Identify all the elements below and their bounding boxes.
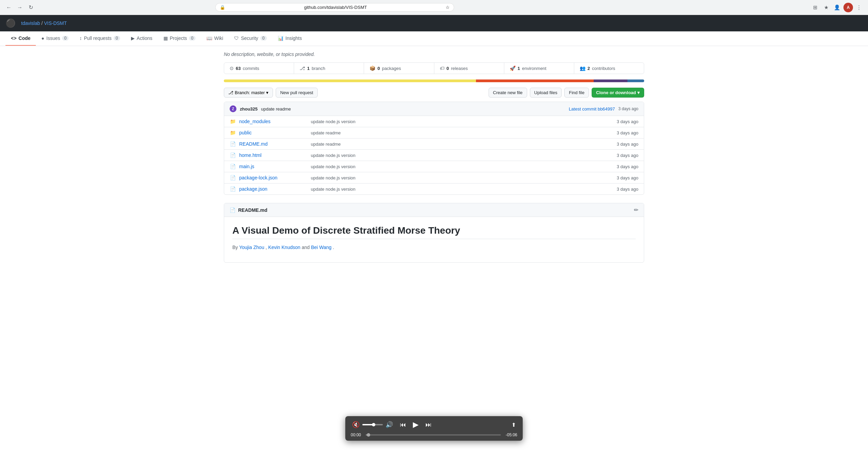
file-link[interactable]: public: [239, 130, 307, 135]
tab-projects-label: Projects: [170, 35, 187, 41]
menu-button[interactable]: ⋮: [854, 3, 864, 12]
tab-issues-label: Issues: [46, 35, 60, 41]
tab-pull-requests[interactable]: ↕Pull requests0: [74, 31, 126, 46]
file-link[interactable]: README.md: [239, 141, 307, 147]
new-pull-request-button[interactable]: New pull request: [276, 88, 318, 98]
file-icon: 📄: [230, 141, 236, 147]
stat-branch[interactable]: ⎇1branch: [294, 63, 364, 74]
author-youjia-zhou-link[interactable]: Youjia Zhou: [239, 245, 264, 250]
file-link[interactable]: main.js: [239, 164, 307, 169]
tab-insights-icon: 📊: [278, 35, 284, 41]
author-bei-wang-link[interactable]: Bei Wang: [311, 245, 331, 250]
commit-hash[interactable]: Latest commit bb64997: [569, 106, 615, 112]
tab-actions-icon: ▶: [131, 35, 135, 41]
stat-commits-count: 63: [236, 66, 241, 71]
readme-authors: By Youjia Zhou , Kevin Knudson and Bei W…: [232, 245, 636, 250]
clone-or-download-button[interactable]: Clone or download ▾: [592, 88, 644, 98]
file-time: 3 days ago: [604, 130, 638, 135]
tab-security[interactable]: 🛡Security0: [229, 31, 272, 46]
file-commit-msg: update node.js version: [311, 175, 601, 180]
file-commit-msg: update node.js version: [311, 153, 601, 158]
tab-wiki[interactable]: 📖Wiki: [201, 31, 229, 46]
stat-contributors[interactable]: 👥2contributors: [574, 63, 644, 74]
file-time: 3 days ago: [604, 187, 638, 192]
file-table: Z zhou325 update readme Latest commit bb…: [224, 102, 644, 195]
bookmark-button[interactable]: ★: [822, 3, 831, 12]
file-toolbar: ⎇ Branch: master ▾ New pull request Crea…: [224, 88, 644, 98]
stat-packages-count: 0: [377, 66, 380, 71]
authors-prefix: By: [232, 245, 239, 250]
refresh-button[interactable]: ↻: [26, 3, 35, 12]
stat-releases[interactable]: 🏷0releases: [434, 63, 504, 74]
table-row: 📁 public update readme 3 days ago: [224, 127, 644, 138]
extensions-button[interactable]: ⊞: [811, 3, 820, 12]
file-icon: 📄: [230, 186, 236, 192]
forward-button[interactable]: →: [15, 3, 25, 12]
stat-releases-count: 0: [447, 66, 449, 71]
tab-projects-icon: ▦: [163, 35, 168, 41]
path-separator: /: [41, 20, 44, 26]
tab-projects[interactable]: ▦Projects0: [158, 31, 201, 46]
star-icon[interactable]: ☆: [446, 5, 450, 10]
edit-readme-button[interactable]: ✏: [634, 207, 638, 213]
tab-code[interactable]: <>Code: [5, 31, 36, 46]
commit-author-link[interactable]: zhou325: [240, 106, 258, 112]
file-link[interactable]: package-lock.json: [239, 175, 307, 180]
readme-file-icon: 📄: [230, 207, 235, 213]
file-commit-msg: update readme: [311, 130, 601, 135]
repo-owner-link[interactable]: tdavislab: [21, 20, 40, 26]
repo-description: No description, website, or topics provi…: [224, 52, 644, 57]
repo-tabs: <>Code●Issues0↕Pull requests0▶Actions▦Pr…: [0, 31, 868, 46]
file-icon: 📄: [230, 152, 236, 158]
branch-selector[interactable]: ⎇ Branch: master ▾: [224, 88, 273, 98]
stat-packages[interactable]: 📦0packages: [364, 63, 434, 74]
readme-header: 📄 README.md ✏: [224, 203, 644, 217]
table-row: 📄 main.js update node.js version 3 days …: [224, 161, 644, 172]
table-row: 📄 package-lock.json update node.js versi…: [224, 172, 644, 184]
table-row: 📁 node_modules update node.js version 3 …: [224, 116, 644, 127]
find-file-button[interactable]: Find file: [564, 88, 589, 98]
commit-hash-value: bb64997: [598, 106, 615, 112]
stat-environment[interactable]: 🚀1environment: [504, 63, 574, 74]
tab-issues-icon: ●: [41, 35, 44, 41]
file-icon: 📄: [230, 175, 236, 180]
tab-wiki-label: Wiki: [214, 35, 223, 41]
upload-files-button[interactable]: Upload files: [530, 88, 562, 98]
tab-security-icon: 🛡: [234, 35, 239, 41]
tab-pull-requests-label: Pull requests: [84, 35, 112, 41]
stat-environment-count: 1: [518, 66, 520, 71]
file-time: 3 days ago: [604, 153, 638, 158]
repo-name-link[interactable]: VIS-DSMT: [44, 20, 67, 26]
file-commit-msg: update node.js version: [311, 187, 601, 192]
lang-segment-javascript: [224, 79, 476, 82]
user-avatar[interactable]: A: [843, 3, 853, 12]
tab-security-count: 0: [260, 36, 267, 41]
main-content: No description, website, or topics provi…: [216, 46, 652, 268]
browser-nav-buttons: ← → ↻: [4, 3, 35, 12]
address-bar[interactable]: 🔒 github.com/tdavislab/VIS-DSMT ☆: [215, 3, 454, 12]
tab-insights[interactable]: 📊Insights: [272, 31, 307, 46]
create-new-file-button[interactable]: Create new file: [489, 88, 527, 98]
author-separator-2: and: [302, 245, 311, 250]
branch-icon: ⎇: [228, 90, 233, 95]
file-time: 3 days ago: [604, 142, 638, 147]
tab-actions[interactable]: ▶Actions: [126, 31, 158, 46]
back-button[interactable]: ←: [4, 3, 14, 12]
tab-actions-label: Actions: [137, 35, 153, 41]
stat-commits-icon: ⊙: [230, 65, 234, 71]
author-kevin-knudson-link[interactable]: Kevin Knudson: [268, 245, 300, 250]
file-link[interactable]: package.json: [239, 186, 307, 192]
stat-commits[interactable]: ⊙63commits: [224, 63, 294, 74]
table-row: 📄 package.json update node.js version 3 …: [224, 184, 644, 194]
tab-code-icon: <>: [11, 35, 16, 41]
folder-icon: 📁: [230, 119, 236, 124]
table-row: 📄 home.html update node.js version 3 day…: [224, 150, 644, 161]
clone-label: Clone or download: [596, 90, 636, 95]
profile-button[interactable]: 👤: [833, 3, 842, 12]
file-link[interactable]: node_modules: [239, 119, 307, 124]
toolbar-right-actions: Create new file Upload files Find file C…: [489, 88, 644, 98]
file-link[interactable]: home.html: [239, 152, 307, 158]
stat-packages-icon: 📦: [370, 65, 375, 71]
tab-issues[interactable]: ●Issues0: [36, 31, 74, 46]
latest-commit-label: Latest commit: [569, 106, 596, 112]
